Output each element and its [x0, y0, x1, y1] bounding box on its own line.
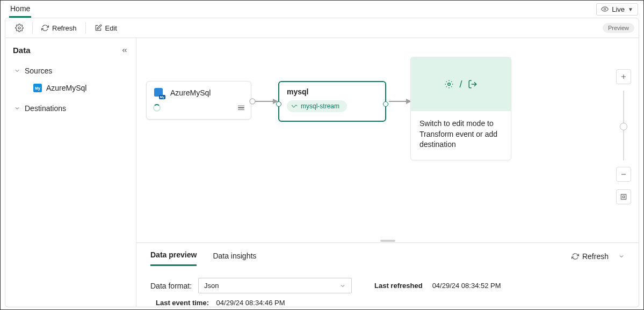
- refresh-icon: [571, 253, 579, 260]
- last-event-value: 04/29/24 08:34:46 PM: [216, 299, 285, 307]
- data-format-label: Data format:: [150, 282, 192, 290]
- export-icon: [468, 79, 477, 89]
- edit-button[interactable]: Edit: [89, 21, 122, 35]
- stream-pill[interactable]: mysql-stream: [287, 100, 347, 112]
- fit-screen-button[interactable]: [616, 189, 631, 204]
- last-refreshed-label: Last refreshed: [374, 282, 423, 290]
- data-format-select[interactable]: Json: [198, 278, 352, 293]
- port-out[interactable]: [383, 101, 388, 107]
- dest-hint-text: Switch to edit mode to Transform event o…: [411, 111, 511, 160]
- separator: [32, 22, 33, 34]
- zoom-slider[interactable]: [623, 91, 624, 160]
- minus-icon: [620, 171, 627, 178]
- zoom-rail: [616, 69, 631, 204]
- live-mode-dropdown[interactable]: Live ▼: [596, 3, 638, 16]
- refresh-icon: [41, 24, 49, 32]
- sources-label: Sources: [25, 67, 52, 75]
- stream-pill-label: mysql-stream: [301, 102, 339, 110]
- svg-rect-9: [623, 196, 625, 198]
- chevron-down-icon[interactable]: [618, 253, 625, 260]
- tree-item-azuremysql[interactable]: My AzureMySql: [11, 79, 132, 97]
- edit-icon: [95, 24, 102, 32]
- transform-icon: [444, 79, 454, 89]
- tab-data-insights[interactable]: Data insights: [213, 252, 256, 265]
- caret-down-icon: ▼: [628, 6, 633, 12]
- preview-badge: Preview: [603, 23, 634, 33]
- gear-icon: [15, 24, 24, 32]
- tree-item-label: AzureMySql: [46, 84, 86, 92]
- svg-point-0: [604, 8, 606, 10]
- zoom-in-button[interactable]: [616, 69, 631, 84]
- refresh-label: Refresh: [52, 24, 77, 32]
- svg-point-7: [448, 83, 451, 86]
- eye-icon: [601, 5, 609, 13]
- collapse-icon[interactable]: [121, 47, 128, 54]
- svg-point-1: [18, 27, 20, 29]
- connector: [388, 97, 413, 106]
- plus-icon: [620, 73, 627, 80]
- tab-home[interactable]: Home: [9, 1, 31, 18]
- dest-separator: /: [459, 79, 462, 90]
- preview-refresh-button[interactable]: Refresh: [571, 252, 625, 265]
- separator: [85, 22, 86, 34]
- settings-button[interactable]: [10, 20, 29, 35]
- edit-label: Edit: [105, 24, 117, 32]
- node-title: mysql: [287, 87, 378, 96]
- fit-icon: [620, 193, 627, 201]
- data-format-value: Json: [204, 282, 219, 290]
- live-label: Live: [612, 5, 625, 13]
- sidebar-title: Data: [13, 46, 31, 55]
- preview-refresh-label: Refresh: [582, 252, 609, 261]
- stream-icon: [291, 103, 298, 109]
- zoom-handle[interactable]: [620, 123, 627, 130]
- azure-mysql-icon: My: [33, 84, 42, 92]
- node-source-azuremysql[interactable]: My AzureMySql: [146, 81, 251, 120]
- node-destination-placeholder[interactable]: / Switch to edit mode to Transform event…: [410, 57, 511, 160]
- tree-section-destinations[interactable]: Destinations: [11, 100, 132, 117]
- toolbar: Refresh Edit Preview: [5, 18, 639, 38]
- last-event-label: Last event time:: [156, 299, 209, 307]
- chevron-down-icon: [14, 68, 20, 74]
- last-refreshed-value: 04/29/24 08:34:52 PM: [432, 282, 501, 290]
- flow-canvas[interactable]: My AzureMySql: [136, 38, 639, 239]
- preview-panel: Data preview Data insights Refresh Data …: [136, 242, 639, 307]
- node-title: AzureMySql: [170, 88, 211, 97]
- port-in[interactable]: [276, 101, 281, 107]
- refresh-button[interactable]: Refresh: [36, 21, 82, 35]
- data-sidebar: Data Sources My AzureMySql Destinations: [5, 38, 136, 307]
- node-stream-mysql[interactable]: mysql mysql-stream: [278, 81, 386, 122]
- tree-section-sources[interactable]: Sources: [11, 62, 132, 79]
- database-icon: My: [153, 87, 165, 99]
- loading-spinner-icon: [153, 104, 161, 112]
- menu-icon[interactable]: [238, 106, 244, 110]
- svg-rect-8: [621, 194, 626, 199]
- zoom-out-button[interactable]: [616, 167, 631, 182]
- connector: [249, 97, 279, 106]
- top-tab-bar: Home Live ▼: [1, 1, 643, 18]
- destinations-label: Destinations: [25, 104, 66, 113]
- tab-data-preview[interactable]: Data preview: [150, 250, 197, 266]
- chevron-down-icon: [14, 105, 20, 112]
- chevron-down-icon: [339, 283, 346, 289]
